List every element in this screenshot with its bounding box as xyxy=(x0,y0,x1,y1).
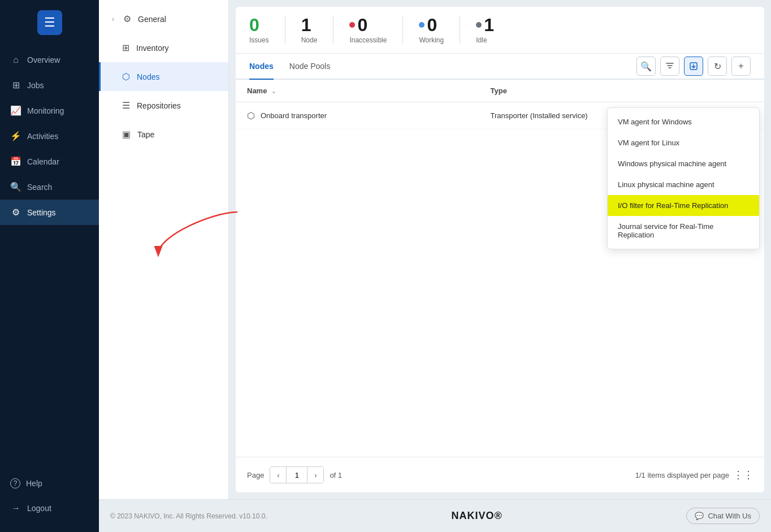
stat-issues: 0 Issues xyxy=(249,16,285,44)
nakivo-logo: NAKIVO® xyxy=(451,510,502,522)
stats-bar: 0 Issues 1 Node 0 Inaccessible xyxy=(236,7,764,54)
sidebar-item-settings[interactable]: ⚙ Settings xyxy=(0,200,99,225)
app-footer: © 2023 NAKIVO, Inc. All Rights Reserved.… xyxy=(99,499,771,532)
sidebar-nav: ⌂ Overview ⊞ Jobs 📈 Monitoring ⚡ Activit… xyxy=(0,43,99,465)
dropdown-item-windows-physical[interactable]: Windows physical machine agent xyxy=(608,153,759,174)
sidebar-item-label: Overview xyxy=(27,55,60,64)
activities-icon: ⚡ xyxy=(10,131,21,141)
page-navigation: ‹ › xyxy=(270,466,324,483)
tab-node-pools[interactable]: Node Pools xyxy=(289,54,330,80)
sidebar-item-search[interactable]: 🔍 Search xyxy=(0,174,99,200)
chat-icon: 💬 xyxy=(695,512,704,520)
node-row-icon: ⬡ xyxy=(247,110,255,121)
per-page-settings-button[interactable]: ⋮⋮ xyxy=(734,465,753,485)
nodes-icon: ⬡ xyxy=(122,71,130,82)
inaccessible-dot xyxy=(349,22,355,28)
working-count: 0 xyxy=(427,16,437,34)
dropdown-item-io-filter[interactable]: I/O filter for Real-Time Replication xyxy=(608,195,759,216)
help-icon: ? xyxy=(10,478,20,488)
node-count: 1 xyxy=(301,16,311,34)
sidebar-item-label: Search xyxy=(27,183,52,192)
jobs-icon: ⊞ xyxy=(10,80,21,90)
refresh-button[interactable]: ↻ xyxy=(708,57,727,76)
page-label: Page xyxy=(247,471,264,479)
logo-area: ☰ xyxy=(0,0,99,43)
content-wrapper: › ⚙ General ⊞ Inventory ⬡ Nodes ☰ Reposi… xyxy=(99,0,771,499)
secondary-item-label: Nodes xyxy=(137,72,159,81)
download-button[interactable] xyxy=(684,57,703,76)
sidebar-item-label: Help xyxy=(26,479,42,488)
right-panel: 0 Issues 1 Node 0 Inaccessible xyxy=(229,0,771,499)
sidebar-item-label: Activities xyxy=(27,132,58,141)
stat-inaccessible: 0 Inaccessible xyxy=(349,16,403,44)
inaccessible-count: 0 xyxy=(357,16,367,34)
secondary-item-tape[interactable]: ▣ Tape xyxy=(99,120,228,149)
idle-dot xyxy=(476,22,482,28)
home-icon: ⌂ xyxy=(10,55,21,65)
col-type: Type xyxy=(479,80,764,102)
secondary-item-label: Repositories xyxy=(137,101,181,110)
chat-with-us-button[interactable]: 💬 Chat With Us xyxy=(686,508,760,524)
idle-label: Idle xyxy=(476,36,487,44)
secondary-item-label: Tape xyxy=(137,130,154,139)
tab-nodes[interactable]: Nodes xyxy=(249,54,274,80)
stat-idle: 1 Idle xyxy=(476,16,510,44)
sidebar-item-label: Monitoring xyxy=(27,106,64,115)
sort-icon: ⌄ xyxy=(271,88,276,94)
copyright-text: © 2023 NAKIVO, Inc. All Rights Reserved.… xyxy=(110,512,267,520)
per-page-label: 1/1 items displayed per page xyxy=(635,471,729,479)
sidebar-item-label: Logout xyxy=(27,504,51,513)
node-label: Node xyxy=(301,36,318,44)
logout-icon: → xyxy=(10,503,21,513)
sidebar: ☰ ⌂ Overview ⊞ Jobs 📈 Monitoring ⚡ Activ… xyxy=(0,0,99,532)
working-label: Working xyxy=(419,36,444,44)
sidebar-item-calendar[interactable]: 📅 Calendar xyxy=(0,149,99,174)
issues-label: Issues xyxy=(249,36,269,44)
node-name: Onboard transporter xyxy=(261,111,327,120)
dropdown-item-linux-physical[interactable]: Linux physical machine agent xyxy=(608,174,759,195)
secondary-item-label: Inventory xyxy=(136,44,169,53)
sidebar-item-help[interactable]: ? Help xyxy=(0,471,99,496)
app-logo: ☰ xyxy=(37,10,62,35)
sidebar-item-jobs[interactable]: ⊞ Jobs xyxy=(0,72,99,98)
secondary-item-nodes[interactable]: ⬡ Nodes xyxy=(99,62,228,91)
add-button[interactable]: + xyxy=(731,57,751,76)
main-content: › ⚙ General ⊞ Inventory ⬡ Nodes ☰ Reposi… xyxy=(99,0,771,532)
toolbar-actions: 🔍 ↻ + xyxy=(636,57,751,76)
settings-icon: ⚙ xyxy=(10,207,21,218)
repositories-icon: ☰ xyxy=(122,100,130,111)
sidebar-item-overview[interactable]: ⌂ Overview xyxy=(0,47,99,72)
sidebar-item-activities[interactable]: ⚡ Activities xyxy=(0,123,99,149)
general-icon: ⚙ xyxy=(123,14,131,24)
pagination-bar: Page ‹ › of 1 1/1 items displayed per pa… xyxy=(236,457,764,492)
dropdown-item-vm-windows[interactable]: VM agent for Windows xyxy=(608,111,759,132)
sidebar-item-label: Jobs xyxy=(27,81,44,90)
secondary-item-general[interactable]: › ⚙ General xyxy=(99,5,228,33)
search-icon: 🔍 xyxy=(10,181,21,192)
issues-count: 0 xyxy=(249,16,259,34)
dropdown-menu: VM agent for Windows VM agent for Linux … xyxy=(607,107,760,249)
page-number-input[interactable] xyxy=(286,467,307,483)
tabs-toolbar: Nodes Node Pools 🔍 ↻ + xyxy=(236,54,764,80)
sidebar-item-monitoring[interactable]: 📈 Monitoring xyxy=(0,98,99,123)
dropdown-item-vm-linux[interactable]: VM agent for Linux xyxy=(608,132,759,153)
chat-label: Chat With Us xyxy=(708,512,751,520)
sidebar-item-label: Settings xyxy=(27,208,56,217)
monitoring-icon: 📈 xyxy=(10,105,21,116)
secondary-item-repositories[interactable]: ☰ Repositories xyxy=(99,91,228,120)
filter-button[interactable] xyxy=(660,57,679,76)
sidebar-item-logout[interactable]: → Logout xyxy=(0,496,99,521)
next-page-button[interactable]: › xyxy=(307,467,323,483)
secondary-item-label: General xyxy=(138,15,166,24)
dropdown-item-journal-service[interactable]: Journal service for Real-Time Replicatio… xyxy=(608,216,759,245)
sidebar-bottom: ? Help → Logout xyxy=(0,465,99,532)
inventory-icon: ⊞ xyxy=(122,42,129,53)
prev-page-button[interactable]: ‹ xyxy=(270,467,286,483)
secondary-item-inventory[interactable]: ⊞ Inventory xyxy=(99,33,228,62)
calendar-icon: 📅 xyxy=(10,156,21,167)
idle-count: 1 xyxy=(484,16,494,34)
search-button[interactable]: 🔍 xyxy=(636,57,656,76)
stat-node: 1 Node xyxy=(301,16,334,44)
chevron-right-icon: › xyxy=(112,15,114,23)
col-name[interactable]: Name ⌄ xyxy=(236,80,479,102)
